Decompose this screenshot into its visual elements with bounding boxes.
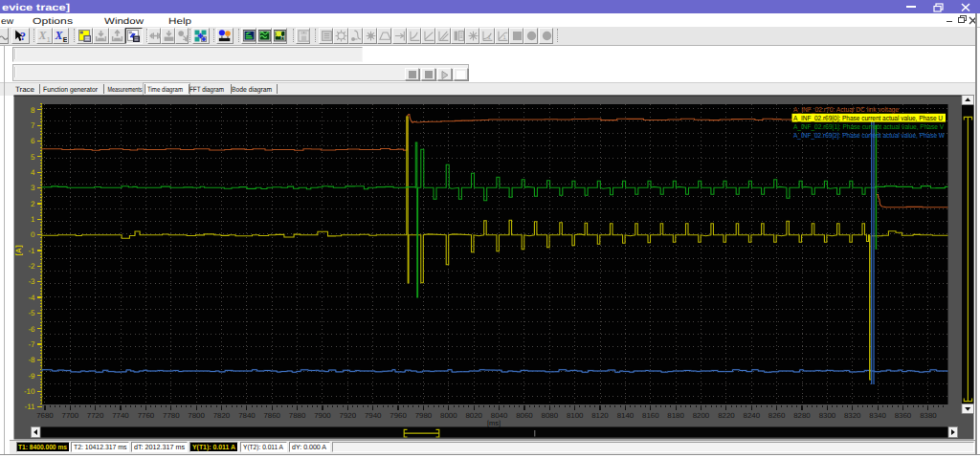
svg-text:4: 4 [31, 168, 35, 177]
svg-text:[ms]: [ms] [487, 419, 501, 427]
svg-text:Help: Help [168, 16, 191, 26]
svg-text:8260: 8260 [768, 411, 786, 420]
svg-text:8120: 8120 [591, 411, 609, 420]
svg-text:7920: 7920 [340, 411, 357, 420]
svg-text:Y(T2): 0.011 A: Y(T2): 0.011 A [243, 443, 283, 451]
svg-text:Time diagram: Time diagram [147, 85, 183, 94]
svg-text:T1: 8400.000 ms: T1: 8400.000 ms [18, 443, 67, 451]
svg-text:7980: 7980 [415, 411, 433, 420]
svg-text:7800: 7800 [188, 411, 205, 420]
svg-text:8300: 8300 [819, 411, 836, 420]
svg-text:7820: 7820 [213, 411, 231, 420]
svg-text:-2: -2 [28, 262, 35, 271]
svg-text:FFT diagram: FFT diagram [189, 85, 224, 94]
svg-text:8240: 8240 [744, 411, 761, 420]
svg-text:8140: 8140 [617, 411, 635, 420]
svg-text:A_INF_02.r69[0]: Phase current: A_INF_02.r69[0]: Phase current actual va… [793, 114, 943, 122]
svg-text:2: 2 [31, 200, 35, 208]
svg-text:-1: -1 [28, 247, 35, 255]
svg-text:A_INF_02.r69[1]: Phase current: A_INF_02.r69[1]: Phase current actual va… [793, 122, 944, 131]
svg-text:8000: 8000 [440, 411, 457, 420]
svg-text:-3: -3 [28, 277, 35, 286]
svg-text:7700: 7700 [62, 411, 79, 420]
svg-text:Y(T1): 0.011 A: Y(T1): 0.011 A [192, 443, 236, 451]
svg-text:0: 0 [31, 230, 35, 239]
svg-text:8220: 8220 [718, 411, 735, 420]
svg-text:7860: 7860 [263, 411, 280, 420]
svg-text:8080: 8080 [542, 411, 559, 420]
svg-text:8180: 8180 [667, 411, 684, 420]
svg-text:8020: 8020 [465, 411, 482, 420]
svg-text:ew: ew [1, 16, 14, 26]
svg-text:8160: 8160 [642, 411, 659, 420]
svg-text:8280: 8280 [793, 411, 811, 420]
svg-text:-8: -8 [28, 356, 35, 364]
svg-text:Options: Options [33, 16, 74, 26]
svg-text:7760: 7760 [138, 411, 155, 420]
svg-text:[A]: [A] [14, 245, 23, 255]
svg-text:-4: -4 [28, 294, 35, 302]
svg-text:Measurements: Measurements [108, 85, 143, 94]
svg-text:dT: 2012.317 ms: dT: 2012.317 ms [134, 443, 185, 451]
svg-text:-5: -5 [28, 309, 35, 317]
svg-text:7840: 7840 [238, 411, 256, 420]
svg-text:8380: 8380 [920, 411, 937, 420]
svg-text:7720: 7720 [87, 411, 104, 420]
svg-text:8200: 8200 [693, 411, 710, 420]
svg-text:-11: -11 [25, 403, 36, 411]
svg-text:8320: 8320 [844, 411, 861, 420]
svg-text:-9: -9 [28, 372, 35, 381]
svg-text:6: 6 [31, 137, 35, 145]
svg-text:Function generator: Function generator [43, 85, 98, 94]
svg-text:1: 1 [31, 215, 35, 224]
svg-text:8: 8 [31, 106, 35, 115]
svg-text:evice trace]: evice trace] [2, 3, 70, 13]
svg-text:T2: 10412.317 ms: T2: 10412.317 ms [74, 443, 127, 451]
svg-text:-10: -10 [24, 387, 35, 396]
svg-text:7780: 7780 [163, 411, 180, 420]
svg-text:A_INF_02.r70: Actual DC link v: A_INF_02.r70: Actual DC link voltage [793, 105, 899, 114]
svg-text:Window: Window [104, 16, 145, 26]
svg-text:5: 5 [31, 153, 35, 162]
svg-text:8100: 8100 [567, 411, 584, 420]
svg-text:7680: 7680 [36, 411, 54, 420]
svg-text:7960: 7960 [390, 411, 407, 420]
svg-text:dY: 0.000 A: dY: 0.000 A [292, 443, 326, 451]
svg-text:7880: 7880 [289, 411, 306, 420]
svg-text:Bode diagram: Bode diagram [232, 85, 272, 94]
svg-text:8060: 8060 [516, 411, 533, 420]
svg-text:3: 3 [31, 184, 35, 192]
svg-text:Trace: Trace [15, 85, 34, 94]
svg-text:8360: 8360 [895, 411, 912, 420]
svg-text:7: 7 [31, 121, 35, 130]
svg-text:7940: 7940 [365, 411, 382, 420]
svg-text:7900: 7900 [314, 411, 331, 420]
svg-text:-7: -7 [28, 340, 35, 349]
svg-text:-6: -6 [28, 325, 35, 334]
svg-text:7740: 7740 [112, 411, 129, 420]
svg-text:A_INF_02.r69[2]: Phase current: A_INF_02.r69[2]: Phase current actual va… [793, 131, 945, 140]
svg-text:8340: 8340 [869, 411, 886, 420]
